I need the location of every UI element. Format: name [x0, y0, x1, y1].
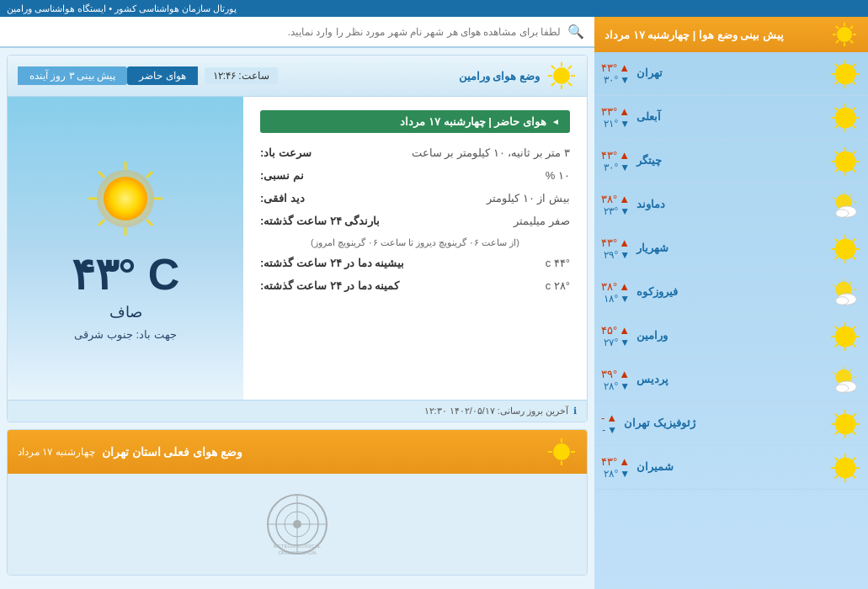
up-arrow-icon: ▲	[619, 105, 630, 118]
weather-card: وضع هوای ورامین ساعت: ۱۲:۴۶ هوای حاضر پی…	[7, 55, 588, 422]
detail-value: ۲۸° c	[546, 279, 570, 292]
svg-point-0	[837, 27, 852, 42]
svg-line-64	[835, 326, 839, 329]
svg-point-42	[836, 209, 849, 217]
top-bar: پورتال سازمان هواشناسی کشور • ایستگاه هو…	[0, 0, 868, 17]
svg-line-5	[836, 26, 839, 29]
content-area: 🔍	[0, 17, 594, 589]
city-row[interactable]: فیروزکوه ▲ ۳۸° ▼ ۱۸°	[594, 271, 868, 315]
detail-value: ۱۰ %	[546, 169, 570, 182]
province-header: وضع هوای فعلی استان تهران چهارشنبه ۱۷ مر…	[8, 430, 587, 474]
info-icon: ℹ	[573, 406, 577, 417]
city-weather-icon	[829, 452, 861, 484]
svg-line-70	[833, 372, 835, 374]
big-condition: صاف	[109, 303, 142, 321]
up-arrow-icon: ▲	[619, 324, 630, 337]
province-body: METEOROLOGICAL ORGANIZATION	[8, 474, 587, 575]
down-arrow-icon: ▼	[620, 118, 630, 130]
svg-line-51	[835, 256, 839, 259]
svg-line-65	[853, 343, 856, 347]
detail-label: کمینه دما در ۲۴ ساعت گذشته:	[260, 279, 399, 292]
city-weather-icon	[829, 364, 861, 396]
city-name: آبعلی	[636, 110, 661, 123]
svg-line-99	[568, 82, 572, 86]
svg-line-108	[99, 172, 104, 178]
svg-line-38	[833, 197, 835, 199]
svg-line-101	[551, 82, 555, 86]
city-row[interactable]: ورامین ▲ ۴۵° ▼ ۲۷°	[594, 315, 868, 358]
city-temp-high: ▲ ۳۸°	[601, 193, 630, 205]
svg-line-54	[833, 284, 835, 286]
weather-big-display: ۴۳° C صاف جهت باد: جنوب شرقی	[8, 97, 243, 400]
city-temp-high: ▲ ۴۵°	[601, 324, 630, 337]
down-arrow-icon: ▼	[620, 337, 630, 348]
search-bar: 🔍	[0, 17, 594, 48]
province-sun-icon	[546, 437, 577, 467]
city-temp-high: ▲ -	[601, 411, 617, 424]
tab-forecast[interactable]: پیش بینی ۳ روز آینده	[18, 66, 127, 85]
detail-row: صفر میلیمتر بارندگی ۲۴ ساعت گذشته: (از س…	[260, 215, 570, 248]
detail-value: بیش از ۱۰ کیلومتر	[487, 192, 570, 204]
svg-point-74	[836, 384, 849, 392]
city-weather-icon	[829, 321, 861, 353]
tab-current[interactable]: هوای حاضر	[127, 66, 197, 85]
city-weather-icon	[829, 233, 861, 265]
city-temp-high: ▲ ۳۳°	[601, 105, 630, 118]
svg-line-23	[835, 107, 839, 110]
city-row[interactable]: پردیس ▲ ۳۹° ▼ ۲۸°	[594, 358, 868, 402]
city-name: شمیران	[636, 460, 674, 473]
city-temp-high: ▲ ۳۸°	[601, 280, 630, 293]
svg-line-16	[853, 63, 856, 66]
down-arrow-icon: ▼	[620, 74, 630, 86]
city-name: ورامین	[636, 329, 668, 342]
svg-line-26	[835, 125, 839, 128]
city-temp-low: ▼ ۱۸°	[604, 293, 630, 305]
svg-line-81	[853, 431, 856, 434]
city-name: ژئوفیزیک تهران	[624, 417, 695, 429]
svg-line-55	[850, 281, 852, 284]
city-temp-low: ▼ ۳۰°	[604, 74, 630, 86]
detail-row: بیش از ۱۰ کیلومتر دید افقی:	[260, 192, 570, 204]
city-row[interactable]: تهران ▲ ۴۳° ▼ ۳۰°	[594, 52, 868, 96]
down-arrow-icon: ▼	[620, 162, 630, 173]
detail-sub: (از ساعت ۰۶ گرینویچ دیروز تا ساعت ۰۶ گری…	[260, 237, 570, 248]
svg-line-80	[835, 413, 839, 417]
city-row[interactable]: ژئوفیزیک تهران ▲ - ▼ -	[594, 402, 868, 446]
city-temp-low: ▼ ۲۷°	[604, 337, 630, 348]
up-arrow-icon: ▲	[619, 149, 630, 162]
svg-text:METEOROLOGICAL: METEOROLOGICAL	[274, 544, 322, 549]
svg-text:ORGANIZATION: ORGANIZATION	[278, 550, 316, 555]
svg-point-58	[836, 296, 849, 305]
sidebar: پیش بینی وضع هوا | چهارشنبه ۱۷ مرداد	[594, 17, 868, 589]
city-temp-low: ▼ ۳۰°	[604, 162, 630, 173]
city-row[interactable]: شمیران ▲ ۴۳° ▼ ۲۸°	[594, 446, 868, 490]
detail-row: ۴۴° c بیشینه دما در ۲۴ ساعت گذشته:	[260, 257, 570, 269]
svg-line-35	[835, 168, 839, 172]
up-arrow-icon: ▲	[619, 455, 630, 468]
weather-body: هوای حاضر | چهارشنبه ۱۷ مرداد ۳ متر بر ث…	[8, 97, 587, 400]
svg-line-17	[835, 81, 839, 84]
search-icon: 🔍	[567, 24, 584, 40]
svg-line-110	[146, 172, 152, 178]
city-row[interactable]: دماوند ▲ ۳۸° ▼ ۲۳°	[594, 183, 868, 227]
detail-row: ۱۰ % نم نسبی:	[260, 169, 570, 182]
svg-line-82	[853, 413, 856, 417]
city-temp-low: ▼ -	[602, 424, 617, 436]
svg-line-98	[551, 66, 555, 69]
city-row[interactable]: آبعلی ▲ ۳۳° ▼ ۲۱°	[594, 96, 868, 140]
svg-line-15	[853, 81, 856, 84]
weather-card-header: وضع هوای ورامین ساعت: ۱۲:۴۶ هوای حاضر پی…	[8, 56, 587, 97]
search-input[interactable]	[10, 26, 561, 38]
up-arrow-icon: ▲	[619, 280, 630, 293]
sidebar-header-text: پیش بینی وضع هوا | چهارشنبه ۱۷ مرداد	[604, 29, 784, 41]
svg-line-8	[836, 40, 839, 43]
big-sun-icon	[83, 157, 168, 241]
city-row[interactable]: شهریار ▲ ۴۳° ▼ ۲۹°	[594, 227, 868, 271]
svg-line-100	[568, 66, 572, 69]
updated-text: آخرین بروز رسانی: ۱۴۰۲/۰۵/۱۷ ۱۲:۳۰	[424, 406, 568, 417]
detail-label: بیشینه دما در ۲۴ ساعت گذشته:	[260, 257, 404, 269]
svg-line-25	[853, 107, 856, 110]
city-row[interactable]: چیتگر ▲ ۴۳° ▼ ۳۰°	[594, 140, 868, 183]
detail-value: ۳ متر بر ثانیه، ۱۰ کیلومتر بر ساعت	[412, 146, 570, 159]
city-name: شهریار	[636, 241, 668, 254]
